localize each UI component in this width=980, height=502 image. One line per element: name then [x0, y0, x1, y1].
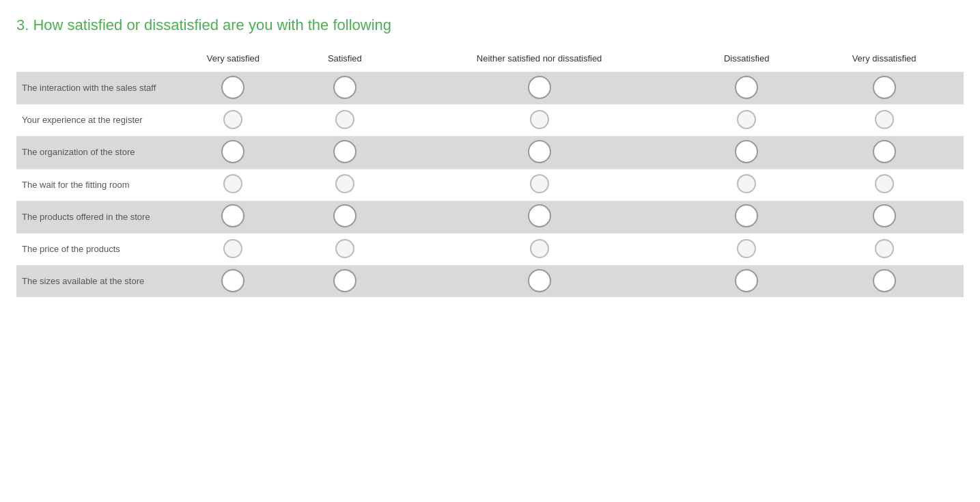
radio-products-offered-dissatisfied[interactable] [735, 204, 758, 227]
radio-products-offered-satisfied[interactable] [333, 204, 356, 227]
radio-fitting-room-very-dissatisfied[interactable] [875, 174, 894, 193]
radio-products-offered-very-dissatisfied[interactable] [873, 204, 896, 227]
radio-cell-sales-staff-satisfied[interactable] [300, 72, 390, 104]
radio-cell-register-neither[interactable] [390, 104, 688, 137]
radio-cell-organization-very-satisfied[interactable] [167, 137, 300, 169]
radio-cell-register-very-satisfied[interactable] [167, 104, 300, 137]
radio-price-neither[interactable] [530, 239, 549, 258]
radio-sales-staff-very-satisfied[interactable] [221, 76, 244, 99]
radio-sizes-dissatisfied[interactable] [735, 269, 758, 292]
radio-sizes-satisfied[interactable] [333, 269, 356, 292]
radio-cell-fitting-room-very-satisfied[interactable] [167, 169, 300, 201]
table-row: The price of the products [16, 233, 964, 265]
radio-cell-price-satisfied[interactable] [300, 233, 390, 265]
radio-cell-price-very-satisfied[interactable] [167, 233, 300, 265]
radio-sales-staff-neither[interactable] [528, 76, 551, 99]
table-row: The wait for the fitting room [16, 169, 964, 201]
radio-cell-fitting-room-neither[interactable] [390, 169, 688, 201]
table-row: The products offered in the store [16, 201, 964, 233]
radio-cell-price-neither[interactable] [390, 233, 688, 265]
row-label-sales-staff: The interaction with the sales staff [16, 72, 167, 104]
row-label-register: Your experience at the register [16, 104, 167, 137]
row-label-organization: The organization of the store [16, 137, 167, 169]
radio-price-very-satisfied[interactable] [223, 239, 242, 258]
radio-cell-register-dissatisfied[interactable] [688, 104, 804, 137]
col-header-very-satisfied: Very satisfied [167, 48, 300, 72]
radio-cell-sales-staff-neither[interactable] [390, 72, 688, 104]
radio-cell-sizes-very-satisfied[interactable] [167, 266, 300, 298]
col-header-very-dissatisfied: Very dissatisfied [804, 48, 964, 72]
radio-sizes-very-satisfied[interactable] [221, 269, 244, 292]
radio-fitting-room-satisfied[interactable] [335, 174, 354, 193]
radio-cell-sizes-dissatisfied[interactable] [688, 266, 804, 298]
col-header-empty [16, 48, 167, 72]
radio-sizes-very-dissatisfied[interactable] [873, 269, 896, 292]
radio-cell-sizes-neither[interactable] [390, 266, 688, 298]
row-label-fitting-room: The wait for the fitting room [16, 169, 167, 201]
radio-cell-price-very-dissatisfied[interactable] [804, 233, 964, 265]
radio-cell-fitting-room-dissatisfied[interactable] [688, 169, 804, 201]
radio-cell-price-dissatisfied[interactable] [688, 233, 804, 265]
table-row: The interaction with the sales staff [16, 72, 964, 104]
radio-cell-fitting-room-very-dissatisfied[interactable] [804, 169, 964, 201]
radio-fitting-room-very-satisfied[interactable] [223, 174, 242, 193]
radio-organization-neither[interactable] [528, 140, 551, 163]
survey-table: Very satisfied Satisfied Neither satisfi… [16, 48, 964, 297]
radio-cell-organization-neither[interactable] [390, 137, 688, 169]
radio-cell-sales-staff-very-dissatisfied[interactable] [804, 72, 964, 104]
radio-cell-products-offered-satisfied[interactable] [300, 201, 390, 233]
radio-fitting-room-dissatisfied[interactable] [737, 174, 756, 193]
radio-cell-products-offered-very-dissatisfied[interactable] [804, 201, 964, 233]
radio-register-dissatisfied[interactable] [737, 110, 756, 129]
radio-organization-very-dissatisfied[interactable] [873, 140, 896, 163]
radio-cell-organization-satisfied[interactable] [300, 137, 390, 169]
radio-register-very-satisfied[interactable] [223, 110, 242, 129]
row-label-sizes: The sizes available at the store [16, 266, 167, 298]
radio-cell-sales-staff-very-satisfied[interactable] [167, 72, 300, 104]
col-header-satisfied: Satisfied [300, 48, 390, 72]
radio-sales-staff-very-dissatisfied[interactable] [873, 76, 896, 99]
radio-cell-register-satisfied[interactable] [300, 104, 390, 137]
radio-price-satisfied[interactable] [335, 239, 354, 258]
row-label-products-offered: The products offered in the store [16, 201, 167, 233]
radio-sales-staff-dissatisfied[interactable] [735, 76, 758, 99]
radio-products-offered-very-satisfied[interactable] [221, 204, 244, 227]
radio-organization-dissatisfied[interactable] [735, 140, 758, 163]
table-row: The sizes available at the store [16, 266, 964, 298]
radio-register-neither[interactable] [530, 110, 549, 129]
radio-products-offered-neither[interactable] [528, 204, 551, 227]
radio-cell-fitting-room-satisfied[interactable] [300, 169, 390, 201]
radio-cell-products-offered-dissatisfied[interactable] [688, 201, 804, 233]
radio-sizes-neither[interactable] [528, 269, 551, 292]
radio-cell-sales-staff-dissatisfied[interactable] [688, 72, 804, 104]
radio-cell-register-very-dissatisfied[interactable] [804, 104, 964, 137]
radio-price-dissatisfied[interactable] [737, 239, 756, 258]
radio-organization-satisfied[interactable] [333, 140, 356, 163]
question-title: 3. How satisfied or dissatisfied are you… [16, 16, 964, 34]
radio-organization-very-satisfied[interactable] [221, 140, 244, 163]
radio-price-very-dissatisfied[interactable] [875, 239, 894, 258]
radio-register-satisfied[interactable] [335, 110, 354, 129]
radio-sales-staff-satisfied[interactable] [333, 76, 356, 99]
radio-cell-organization-very-dissatisfied[interactable] [804, 137, 964, 169]
row-label-price: The price of the products [16, 233, 167, 265]
radio-cell-sizes-satisfied[interactable] [300, 266, 390, 298]
radio-fitting-room-neither[interactable] [530, 174, 549, 193]
col-header-neither: Neither satisfied nor dissatisfied [390, 48, 688, 72]
table-row: The organization of the store [16, 137, 964, 169]
col-header-dissatisfied: Dissatisfied [688, 48, 804, 72]
radio-register-very-dissatisfied[interactable] [875, 110, 894, 129]
radio-cell-sizes-very-dissatisfied[interactable] [804, 266, 964, 298]
table-row: Your experience at the register [16, 104, 964, 137]
radio-cell-products-offered-neither[interactable] [390, 201, 688, 233]
radio-cell-products-offered-very-satisfied[interactable] [167, 201, 300, 233]
radio-cell-organization-dissatisfied[interactable] [688, 137, 804, 169]
